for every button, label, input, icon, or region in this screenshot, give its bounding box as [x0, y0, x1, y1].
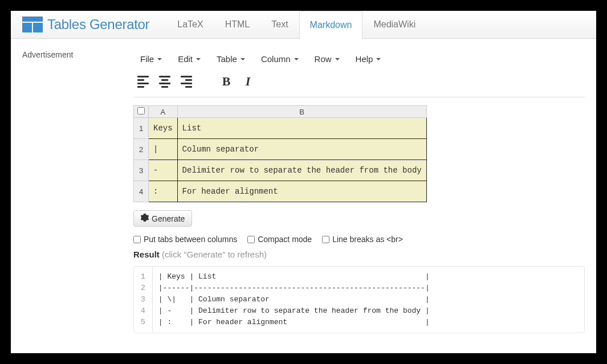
code-line: | Keys | List |: [158, 271, 430, 283]
row-header-3[interactable]: 3: [134, 160, 149, 181]
select-all-checkbox[interactable]: [137, 107, 145, 114]
tabs-between-checkbox[interactable]: [133, 236, 141, 243]
line-number: 4: [138, 305, 148, 317]
menu-help-label: Help: [356, 54, 373, 64]
compact-label: Compact mode: [258, 235, 312, 244]
cell-b1[interactable]: List: [177, 118, 426, 139]
line-number: 2: [138, 283, 148, 294]
tab-html[interactable]: HTML: [214, 11, 261, 39]
options-row: Put tabs between columns Compact mode Li…: [133, 235, 585, 244]
menu-edit-label: Edit: [178, 54, 193, 64]
ad-label: Advertisement: [22, 50, 119, 59]
brand-logo-icon: [22, 17, 43, 32]
align-right-icon: [181, 76, 192, 88]
align-right-button[interactable]: [177, 73, 196, 90]
caret-icon: [241, 58, 245, 60]
menu-file[interactable]: File: [133, 51, 169, 67]
menu-column-label: Column: [261, 54, 291, 64]
brand-text: Tables Generator: [47, 17, 149, 32]
tabs-between-label: Put tabs between columns: [144, 235, 237, 244]
menu-row-label: Row: [315, 54, 332, 64]
format-toolbar: B I: [133, 71, 585, 97]
menu-table-label: Table: [217, 54, 237, 64]
cell-b2[interactable]: Column separator: [177, 139, 426, 160]
tab-latex[interactable]: LaTeX: [166, 11, 214, 39]
sidebar-ad: Advertisement: [22, 47, 119, 333]
linebreaks-checkbox[interactable]: [322, 236, 329, 243]
align-center-button[interactable]: [155, 73, 174, 90]
cell-a3[interactable]: -: [149, 160, 178, 181]
code-line: | - | Delimiter row to separate the head…: [158, 305, 430, 317]
top-navbar: Tables Generator LaTeX HTML Text Markdow…: [11, 11, 596, 39]
option-tabs-between[interactable]: Put tabs between columns: [133, 235, 237, 244]
cell-a1[interactable]: Keys: [149, 118, 178, 139]
caret-icon: [335, 58, 340, 60]
italic-button[interactable]: I: [238, 73, 258, 90]
menu-file-label: File: [140, 54, 154, 64]
cell-b4[interactable]: For header alignment: [177, 181, 426, 202]
result-code-block[interactable]: 1 2 3 4 5 | Keys | List ||------|-------…: [133, 266, 585, 333]
compact-checkbox[interactable]: [247, 236, 255, 243]
menu-bar: File Edit Table Column Row Help: [133, 47, 585, 71]
cell-a2[interactable]: |: [149, 139, 178, 160]
menu-table[interactable]: Table: [210, 51, 252, 67]
cell-a4[interactable]: :: [149, 181, 178, 202]
tab-markdown[interactable]: Markdown: [299, 11, 363, 39]
gear-icon: [141, 214, 149, 223]
separator: [133, 97, 585, 97]
menu-row[interactable]: Row: [308, 51, 347, 67]
line-gutter: 1 2 3 4 5: [134, 267, 153, 333]
align-left-button[interactable]: [133, 73, 153, 90]
generate-label: Generate: [152, 214, 185, 223]
cell-b3[interactable]: Delimiter row to separate the header fro…: [177, 160, 426, 181]
caret-icon: [196, 58, 201, 60]
generate-button[interactable]: Generate: [133, 210, 192, 227]
option-linebreaks[interactable]: Line breaks as <br>: [322, 235, 403, 244]
col-header-a[interactable]: A: [149, 106, 178, 118]
menu-help[interactable]: Help: [349, 51, 388, 67]
line-number: 3: [138, 294, 148, 305]
align-left-icon: [137, 76, 149, 88]
menu-edit[interactable]: Edit: [171, 51, 207, 67]
caret-icon: [294, 58, 299, 60]
select-all-cell[interactable]: [134, 106, 149, 118]
code-line: |------|--------------------------------…: [158, 283, 430, 294]
caret-icon: [376, 58, 381, 60]
code-lines[interactable]: | Keys | List ||------|-----------------…: [153, 267, 435, 333]
col-header-b[interactable]: B: [177, 106, 426, 118]
code-line: | \| | Column separator |: [158, 294, 430, 305]
result-hint: (click "Generate" to refresh): [160, 250, 267, 259]
row-header-1[interactable]: 1: [134, 118, 149, 139]
tab-text[interactable]: Text: [260, 11, 299, 39]
line-number: 5: [138, 317, 148, 328]
caret-icon: [157, 58, 162, 60]
linebreaks-label: Line breaks as <br>: [332, 235, 403, 244]
code-line: | : | For header alignment |: [158, 317, 430, 328]
bold-button[interactable]: B: [217, 73, 236, 90]
result-label: Result: [133, 250, 160, 259]
italic-icon: I: [246, 74, 251, 89]
tab-mediawiki[interactable]: MediaWiki: [362, 11, 426, 39]
option-compact[interactable]: Compact mode: [247, 235, 312, 244]
align-center-icon: [159, 76, 170, 88]
menu-column[interactable]: Column: [254, 51, 305, 67]
spreadsheet-grid[interactable]: A B 1 Keys List 2 | Column separator 3 -…: [133, 105, 427, 202]
main-panel: File Edit Table Column Row Help B I A: [133, 47, 585, 333]
row-header-2[interactable]: 2: [134, 139, 149, 160]
row-header-4[interactable]: 4: [134, 181, 149, 202]
format-tabs: LaTeX HTML Text Markdown MediaWiki: [166, 11, 426, 39]
bold-icon: B: [222, 74, 231, 89]
result-header: Result (click "Generate" to refresh): [133, 250, 585, 259]
line-number: 1: [138, 271, 148, 283]
brand-link[interactable]: Tables Generator: [22, 17, 149, 32]
